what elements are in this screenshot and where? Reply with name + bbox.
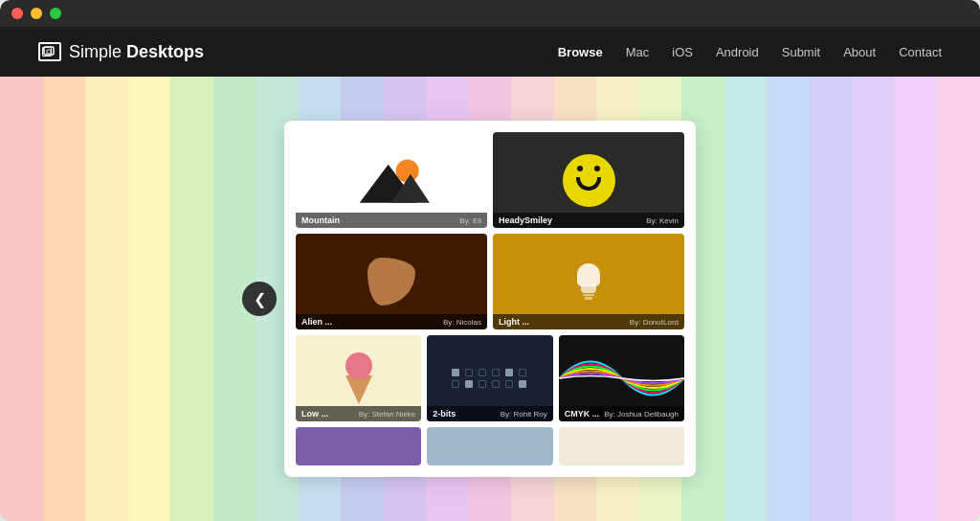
logo-text: Simple Desktops xyxy=(69,42,204,62)
gallery-grid-row3: Low ... By: Stefan Nieke xyxy=(296,335,684,421)
smiley-author: By: Kevin xyxy=(646,216,679,225)
svg-rect-1 xyxy=(47,50,51,54)
maximize-button[interactable] xyxy=(50,8,61,19)
mountain-author: By: Eli xyxy=(459,216,481,225)
gallery-container: ❮ xyxy=(0,77,980,521)
wallpaper-cmyk[interactable]: CMYK ... By: Joshua Dellbaugh xyxy=(559,335,684,421)
cmyk-title: CMYK ... xyxy=(565,409,600,419)
nav-mac[interactable]: Mac xyxy=(626,45,650,59)
gallery-grid-row2: Alien ... By: Nicolas xyxy=(296,234,684,329)
alien-author: By: Nicolas xyxy=(443,318,481,327)
mountain-image xyxy=(353,149,430,212)
bits-title: 2-bits xyxy=(433,409,456,419)
main-content: ❮ xyxy=(0,77,980,521)
svg-rect-0 xyxy=(44,47,54,55)
alien-title: Alien ... xyxy=(301,317,332,327)
wallpaper-mountain[interactable]: Mountain By: Eli xyxy=(296,132,487,228)
navbar: Simple Desktops Browse Mac iOS Android S… xyxy=(0,27,980,77)
logo[interactable]: Simple Desktops xyxy=(38,42,204,62)
gallery-grid-row4 xyxy=(296,427,684,465)
nav-about[interactable]: About xyxy=(843,45,876,59)
icecream-image xyxy=(345,352,372,404)
light-author: By: DonutLord xyxy=(630,318,679,327)
wallpaper-2bits[interactable]: 2-bits By: Rohit Roy xyxy=(427,335,552,421)
bulb-image xyxy=(575,263,602,300)
prev-button[interactable]: ❮ xyxy=(242,282,277,316)
wallpaper-purple[interactable] xyxy=(296,427,421,465)
wallpaper-blue[interactable] xyxy=(427,427,552,465)
nav-android[interactable]: Android xyxy=(716,45,759,59)
nav-ios[interactable]: iOS xyxy=(672,45,693,59)
cmyk-author: By: Joshua Dellbaugh xyxy=(604,410,679,419)
browser-window: Simple Desktops Browse Mac iOS Android S… xyxy=(0,0,980,521)
gallery-wrapper: ❮ xyxy=(284,121,696,477)
smiley-title: HeadySmiley xyxy=(499,215,552,225)
cmyk-image xyxy=(559,340,684,417)
minimize-button[interactable] xyxy=(31,8,42,19)
low-author: By: Stefan Nieke xyxy=(359,410,416,419)
low-title: Low ... xyxy=(301,409,328,419)
title-bar xyxy=(0,0,980,27)
nav-submit[interactable]: Submit xyxy=(782,45,820,59)
mountain-title: Mountain xyxy=(301,215,340,225)
wallpaper-smiley[interactable]: HeadySmiley By: Kevin xyxy=(493,132,684,228)
wallpaper-low[interactable]: Low ... By: Stefan Nieke xyxy=(296,335,421,421)
gallery-grid-row1: Mountain By: Eli xyxy=(296,132,684,228)
bits-image xyxy=(452,369,528,388)
close-button[interactable] xyxy=(11,8,23,19)
alien-image xyxy=(368,258,415,306)
light-title: Light ... xyxy=(499,317,529,327)
logo-icon xyxy=(38,42,61,61)
bits-author: By: Rohit Roy xyxy=(501,410,547,419)
wallpaper-light[interactable]: Light ... By: DonutLord xyxy=(493,234,684,329)
nav-contact[interactable]: Contact xyxy=(899,45,942,59)
wallpaper-cream[interactable] xyxy=(559,427,684,465)
wallpaper-alien[interactable]: Alien ... By: Nicolas xyxy=(296,234,487,329)
nav-browse[interactable]: Browse xyxy=(558,45,603,59)
smiley-face xyxy=(563,154,615,207)
nav-links: Browse Mac iOS Android Submit About Cont… xyxy=(558,43,942,60)
